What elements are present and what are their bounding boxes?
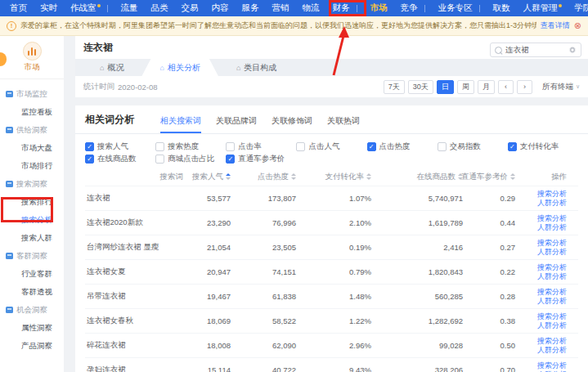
cell-search-popularity: 20,947 [183,267,231,276]
nav-item[interactable]: 物流 [296,0,326,16]
cell-click-heat: 61,838 [231,292,296,301]
cell-keyword: 连衣裙 [85,193,183,204]
nav-item[interactable]: 服务 [236,0,266,16]
cell-conversion-rate: 1.07% [296,194,371,203]
cell-search-popularity: 18,008 [183,341,231,350]
analysis-tab[interactable]: 关联热词 [327,115,360,133]
checkbox-icon [155,155,164,164]
sidebar-item[interactable]: 搜索分析 [0,211,64,229]
checkbox-icon [155,142,164,151]
table-header-cell[interactable]: 点击热度 [231,172,296,182]
gear-icon[interactable] [568,46,577,54]
search-analysis-link[interactable]: 搜索分析 [537,312,567,321]
crowd-analysis-link[interactable]: 人群分析 [537,346,567,355]
metric-checkbox[interactable]: 点击人气 [296,141,366,152]
sidebar-item[interactable]: 监控看板 [0,103,64,121]
close-icon[interactable]: ⊗ [574,21,581,30]
search-analysis-link[interactable]: 搜索分析 [537,239,567,248]
analysis-tab[interactable]: 关联修饰词 [272,115,312,133]
nav-divider [107,5,108,12]
metric-checkbox[interactable]: 在线商品数 [85,154,155,164]
search-analysis-link[interactable]: 搜索分析 [537,288,567,297]
nav-item[interactable]: 取数 [487,0,517,16]
metric-checkbox[interactable]: 直通车参考价 [226,154,296,164]
date-range-button-label: › [523,83,526,91]
sidebar-item[interactable]: 搜索人群 [0,229,64,247]
crowd-analysis-link[interactable]: 人群分析 [537,297,567,306]
report-tab[interactable]: ⌂ 类目构成 [218,59,294,76]
search-analysis-link[interactable]: 搜索分析 [537,190,567,199]
crowd-analysis-link[interactable]: 人群分析 [537,199,567,208]
sidebar-item[interactable]: 市场大盘 [0,139,64,157]
crowd-analysis-link[interactable]: 人群分析 [537,248,567,257]
metric-checkbox[interactable]: 支付转化率 [508,141,578,152]
main-header: 连衣裙 ⌂ 概况 ⌂ 相关分析 ⌂ 类目构成 统计时 [75,36,588,97]
metric-checkbox[interactable]: 搜索人气 [85,141,155,152]
nav-item[interactable]: 内容 [205,0,236,16]
search-analysis-link[interactable]: 搜索分析 [537,361,567,370]
search-input[interactable] [505,46,565,55]
terminal-filter-dropdown[interactable]: 所有终端 ∨ [542,82,580,92]
nav-item[interactable]: 作战室 [64,0,114,16]
nav-item[interactable]: 实时 [34,0,64,16]
crowd-analysis-link[interactable]: 人群分析 [537,223,567,232]
sidebar-item[interactable]: 市场排行 [0,157,64,175]
sidebar-item[interactable]: 产品洞察 [0,337,64,355]
sidebar-item[interactable]: 搜索排行 [0,193,64,211]
metric-checkbox[interactable]: 交易指数 [438,141,508,152]
sidebar-item[interactable]: 客群透视 [0,283,64,301]
search-analysis-link[interactable]: 搜索分析 [537,337,567,346]
sidebar-item[interactable]: 市场监控 [0,85,64,103]
search-analysis-link[interactable]: 搜索分析 [537,263,567,272]
date-range-button[interactable]: 月 [478,80,495,94]
nav-item[interactable]: 营销 [266,0,296,16]
metric-checkbox-row-1: 搜索人气 搜索热度 点击率 点击人气 点击热度 交易指数 [75,134,588,154]
sidebar-item[interactable]: 搜索洞察 [0,175,64,193]
sidebar-item[interactable]: 行业客群 [0,265,64,283]
sidebar-menu: 市场监控 监控看板 供给洞察 市场大盘 市场排行 搜索洞察 搜索排行 [0,79,64,355]
nav-item[interactable]: 学院 [568,0,588,16]
date-range-button[interactable]: 周 [457,80,474,94]
report-tab[interactable]: ⌂ 相关分析 [141,59,218,76]
sidebar-item[interactable]: 机会洞察 [0,301,64,319]
metric-checkbox[interactable]: 商城点击占比 [155,154,226,164]
nav-item[interactable]: 业务专区 [432,0,487,16]
metric-checkbox[interactable]: 搜索热度 [155,141,226,152]
nav-item[interactable]: 交易 [175,0,205,16]
nav-item[interactable]: 财务 [326,0,364,16]
keyword-search-box[interactable] [490,43,581,57]
nav-item[interactable]: 市场 [364,0,394,16]
nav-item[interactable]: 首页 [3,0,34,16]
table-header-cell[interactable]: 支付转化率 [296,172,371,182]
column-label: 直通车参考价 [461,172,508,182]
sidebar-item[interactable]: 属性洞察 [0,319,64,337]
sidebar-item[interactable]: 供给洞察 [0,121,64,139]
nav-item[interactable]: 人群管理 [517,0,568,16]
metric-checkbox[interactable]: 点击热度 [367,141,438,152]
sidebar-item[interactable]: 客群洞察 [0,247,64,265]
table-header-cell[interactable]: 搜索人气 [183,172,231,182]
nav-item-label: 交易 [182,2,199,14]
metric-checkbox[interactable]: 点击率 [226,141,296,152]
nav-item[interactable]: 竞争 [394,0,432,16]
crowd-analysis-link[interactable]: 人群分析 [537,272,567,281]
nav-item[interactable]: 流量 [114,0,145,16]
nav-item[interactable]: 品类 [145,0,175,16]
notice-detail-link[interactable]: 查看详情 [541,20,570,31]
date-range-button[interactable]: 30天 [408,80,433,94]
date-range-button[interactable]: 日 [437,80,454,94]
table-header-cell[interactable]: 直通车参考价 [463,172,515,182]
metric-label: 点击人气 [308,141,339,152]
date-range-button[interactable]: › [517,80,532,94]
crowd-analysis-link[interactable]: 人群分析 [537,321,567,330]
date-range-button[interactable]: 7天 [384,80,405,94]
nav-item-label: 取数 [493,2,510,14]
table-header-cell[interactable]: 在线商品数 [371,172,463,182]
metric-label: 搜索人气 [97,141,128,152]
analysis-tab[interactable]: 关联品牌词 [216,115,257,133]
search-analysis-link[interactable]: 搜索分析 [537,214,567,223]
analysis-tab[interactable]: 相关搜索词 [160,115,201,133]
date-range-button[interactable]: ‹ [498,80,514,94]
report-tab[interactable]: ⌂ 概况 [82,59,141,76]
cell-actions: 搜索分析 人群分析 [515,337,578,355]
